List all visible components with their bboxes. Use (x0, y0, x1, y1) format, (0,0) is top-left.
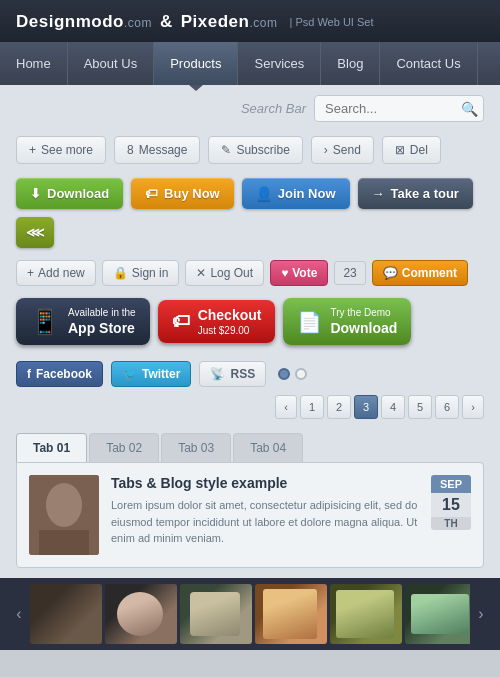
x-icon: ✕ (196, 266, 206, 280)
nav-blog[interactable]: Blog (321, 42, 380, 85)
send-button[interactable]: › Send (311, 136, 374, 164)
add-new-button[interactable]: + Add new (16, 260, 96, 286)
thumbnail-strip: ‹ (0, 578, 500, 650)
buy-now-button[interactable]: 🏷 Buy Now (131, 178, 234, 209)
subscribe-button[interactable]: ✎ Subscribe (208, 136, 302, 164)
message-count-icon: 8 (127, 143, 134, 157)
checkout-text: Checkout Just $29.00 (198, 306, 262, 337)
add-icon: + (27, 266, 34, 280)
vote-label: Vote (292, 266, 317, 280)
pencil-icon: ✎ (221, 143, 231, 157)
tabs-row: Tab 01 Tab 02 Tab 03 Tab 04 (0, 427, 500, 462)
take-tour-label: Take a tour (391, 186, 459, 201)
nav-services[interactable]: Services (238, 42, 321, 85)
thumb-next-button[interactable]: › (470, 584, 492, 644)
nav-products[interactable]: Products (154, 42, 238, 85)
checkout-button[interactable]: 🏷 Checkout Just $29.00 (158, 300, 276, 343)
twitter-icon: 🐦 (122, 367, 137, 381)
demo-text: Try the Demo Download (330, 306, 397, 337)
page-4-button[interactable]: 4 (381, 395, 405, 419)
sign-in-label: Sign in (132, 266, 169, 280)
demo-icon: 📄 (297, 310, 322, 334)
thumbnail-3[interactable] (180, 584, 252, 644)
join-now-button[interactable]: 👤 Join Now (242, 178, 350, 209)
radio-option-2[interactable] (295, 368, 307, 380)
brand-pixeden: Pixeden.com (181, 12, 278, 32)
arrow-icon: › (324, 143, 328, 157)
page-6-button[interactable]: 6 (435, 395, 459, 419)
page-5-button[interactable]: 5 (408, 395, 432, 419)
thumbnail-4[interactable] (255, 584, 327, 644)
user-icon: 👤 (256, 186, 272, 201)
tab-01[interactable]: Tab 01 (16, 433, 87, 462)
thumbnail-1[interactable] (30, 584, 102, 644)
search-wrap: 🔍 (314, 95, 484, 122)
apple-icon: 📱 (30, 308, 60, 336)
thumbnail-5[interactable] (330, 584, 402, 644)
blog-thumbnail-svg (29, 475, 99, 555)
demo-download-button[interactable]: 📄 Try the Demo Download (283, 298, 411, 345)
nav-about[interactable]: About Us (68, 42, 154, 85)
comment-button[interactable]: 💬 Comment (372, 260, 468, 286)
thumb-prev-button[interactable]: ‹ (8, 584, 30, 644)
price-tag-icon: 🏷 (172, 311, 190, 332)
page-3-button[interactable]: 3 (354, 395, 378, 419)
pagination: ‹ 1 2 3 4 5 6 › (275, 395, 484, 419)
share-button[interactable]: ⋘ (16, 217, 54, 248)
search-button[interactable]: 🔍 (461, 101, 478, 117)
send-label: Send (333, 143, 361, 157)
next-page-button[interactable]: › (462, 395, 484, 419)
twitter-button[interactable]: 🐦 Twitter (111, 361, 191, 387)
thumbnail-2[interactable] (105, 584, 177, 644)
tab-02[interactable]: Tab 02 (89, 433, 159, 462)
appstore-text: Available in the App Store (68, 306, 136, 337)
svg-point-1 (46, 483, 82, 527)
rss-icon: 📡 (210, 367, 225, 381)
blog-date-suffix: TH (431, 517, 471, 530)
appstore-button[interactable]: 📱 Available in the App Store (16, 298, 150, 345)
page-1-button[interactable]: 1 (300, 395, 324, 419)
blog-date: SEP 15 TH (431, 475, 471, 530)
radio-option-1[interactable] (278, 368, 290, 380)
tab-03[interactable]: Tab 03 (161, 433, 231, 462)
buy-now-label: Buy Now (164, 186, 220, 201)
del-label: Del (410, 143, 428, 157)
del-button[interactable]: ⊠ Del (382, 136, 441, 164)
blog-card: Tabs & Blog style example Lorem ipsum do… (16, 462, 484, 568)
take-tour-button[interactable]: → Take a tour (358, 178, 473, 209)
brand-designmodo: Designmodo.com (16, 12, 152, 32)
brand-amp: & (160, 12, 173, 32)
blog-content: Tabs & Blog style example Lorem ipsum do… (111, 475, 419, 547)
see-more-button[interactable]: + See more (16, 136, 106, 164)
thumbnail-images (30, 584, 470, 644)
prev-page-button[interactable]: ‹ (275, 395, 297, 419)
subscribe-label: Subscribe (236, 143, 289, 157)
thumbnail-6[interactable] (405, 584, 470, 644)
del-icon: ⊠ (395, 143, 405, 157)
download-button[interactable]: ⬇ Download (16, 178, 123, 209)
message-label: Message (139, 143, 188, 157)
search-input[interactable] (314, 95, 484, 122)
facebook-icon: f (27, 367, 31, 381)
nav-home[interactable]: Home (0, 42, 68, 85)
social-row: f Facebook 🐦 Twitter 📡 RSS ‹ 1 2 3 4 5 6… (0, 355, 500, 427)
facebook-button[interactable]: f Facebook (16, 361, 103, 387)
store-row: 📱 Available in the App Store 🏷 Checkout … (0, 294, 500, 355)
share-icon: ⋘ (26, 225, 44, 240)
page-2-button[interactable]: 2 (327, 395, 351, 419)
vote-button[interactable]: ♥ Vote (270, 260, 328, 286)
big-buttons-row: ⬇ Download 🏷 Buy Now 👤 Join Now → Take a… (0, 172, 500, 256)
blog-title: Tabs & Blog style example (111, 475, 419, 491)
lock-icon: 🔒 (113, 266, 128, 280)
sign-in-button[interactable]: 🔒 Sign in (102, 260, 180, 286)
add-new-label: Add new (38, 266, 85, 280)
tab-04[interactable]: Tab 04 (233, 433, 303, 462)
message-button[interactable]: 8 Message (114, 136, 200, 164)
nav-contact[interactable]: Contact Us (380, 42, 477, 85)
log-out-button[interactable]: ✕ Log Out (185, 260, 264, 286)
download-icon: ⬇ (30, 186, 41, 201)
svg-rect-2 (39, 530, 89, 555)
main-content: Search Bar 🔍 + See more 8 Message ✎ Subs… (0, 85, 500, 650)
blog-body: Lorem ipsum dolor sit amet, consectetur … (111, 497, 419, 547)
rss-button[interactable]: 📡 RSS (199, 361, 266, 387)
